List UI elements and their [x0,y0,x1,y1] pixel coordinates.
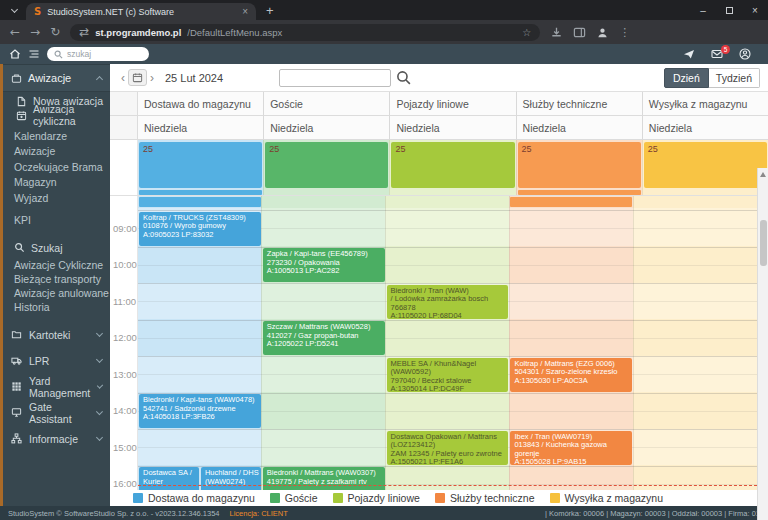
legend-color-swatch [550,493,560,503]
scroll-up-arrow[interactable] [760,172,766,177]
calendar-event[interactable]: Dostawca Opakowań / Mattrans(LOZ123412)Z… [387,431,509,465]
site-settings-icon[interactable]: ⇄ [79,25,89,39]
legend-label: Dostawa do magazynu [148,492,255,504]
calendar-event[interactable]: Koltrap / Mattrans (EZG 0006)504301 / Sz… [510,358,632,392]
calendar-event[interactable]: Huchland / DHS(WAW0274) [201,467,261,490]
sidebar-item-szukaj[interactable]: Szukaj [3,238,110,258]
time-label-15-00: 15:00 [110,429,138,466]
main-content: ‹ › 25 Lut 2024 Dzień Tydzień Dostawa do… [110,64,768,506]
send-plane-icon[interactable] [683,48,695,60]
sidebar-item-awizacje-anulowane[interactable]: Awizacje anulowane [3,286,110,300]
calendar-event[interactable]: Zapka / Kapi-tans (EE456789)273230 / Opa… [263,248,385,282]
continuing-event-strip-3[interactable] [510,197,632,207]
chevron-down-icon [96,330,103,337]
allday-event-extra-0[interactable] [139,190,262,195]
prev-date-button[interactable]: ‹ [118,71,128,85]
next-date-button[interactable]: › [147,71,157,85]
calendar-event[interactable]: Biedronki / Tran (WAW)/ Lodówka zamrażar… [387,285,509,319]
sidebar-item-wyjazd[interactable]: Wyjazd [3,190,110,206]
tab-close-icon[interactable]: × [242,6,248,17]
allday-event-3[interactable]: 25 [518,142,641,188]
browser-tab-bar: S StudioSystem.NET (c) Software × + – × [0,0,768,20]
allday-event-4[interactable]: 25 [644,142,767,188]
calendar-plus-icon [16,110,27,121]
sidebar-item-historia[interactable]: Historia [3,300,110,314]
calendar-picker-button[interactable] [128,69,147,86]
sidebar-item-kalendarze[interactable]: Kalendarze [3,128,110,144]
url-bar[interactable]: ⇄ st.programdemo.pl /DefaultLeftMenu.asp… [70,24,540,41]
calendar-event[interactable]: Biedronki / Mattrans (WAW0307)419775 / P… [263,467,385,490]
forward-icon[interactable]: → [30,25,40,39]
menu-list-icon[interactable] [28,48,40,60]
scrollbar-thumb[interactable] [760,220,767,266]
sidebar-item-oczekujące-brama[interactable]: Oczekujące Brama [3,159,110,175]
time-grid: 09:0010:0011:0012:0013:0014:0015:0016:00… [110,196,768,490]
allday-event-0[interactable]: 25 [139,142,262,188]
calendar-event[interactable]: Koltrap / TRUCKS (ZST48309)010876 / Wyro… [139,212,261,246]
time-label-12-00: 12:00 [110,320,138,357]
tab-search-button[interactable] [6,3,22,17]
allday-event-extra-3[interactable] [518,190,641,195]
sidebar-item-magazyn[interactable]: Magazyn [3,175,110,191]
sidebar-group-lpr[interactable]: LPR [3,348,110,374]
allday-event-1[interactable]: 25 [265,142,388,188]
allday-gutter [110,140,138,195]
header-corner [110,92,138,116]
global-search-input[interactable]: szukaj [47,47,149,61]
browser-menu-icon[interactable]: ⋮ [619,26,630,39]
tab-title: StudioSystem.NET (c) Software [47,7,236,17]
global-search-placeholder: szukaj [67,49,91,59]
footer-version: StudioSystem © SoftwareStudio Sp. z o.o.… [8,509,220,518]
profile-icon[interactable] [596,26,609,39]
event-line: A:1505021 LP:FE1A6 [391,458,505,464]
sidebar-subitems: Nowa awizacjaAwizacja cykliczna [3,92,110,124]
view-switcher: Dzień Tydzień [664,68,760,88]
event-line: A:1405018 LP:3FB26 [143,413,257,422]
search-icon[interactable] [395,69,412,86]
calendar-event[interactable]: Ibex / Tran (WAW0719)013843 / Kuchenka g… [510,431,632,465]
window-maximize-button[interactable] [716,5,742,16]
user-icon[interactable] [739,48,751,60]
day-header-2: Niedziela [389,116,515,140]
downloads-icon[interactable] [550,26,563,39]
sidebar-group-label: Awizacje [28,72,71,84]
calendar-column-wysyłka-z-magazynu[interactable] [633,196,757,490]
calendar-event[interactable]: Dostawca SA /Kurier [139,467,199,490]
calendar-event[interactable]: Szczaw / Mattrans (WAW0528)412027 / Gaz … [263,321,385,355]
browser-tab[interactable]: S StudioSystem.NET (c) Software × [26,3,256,20]
sidebar-item-awizacje-cykliczne[interactable]: Awizacje Cykliczne [3,258,110,272]
week-view-button[interactable]: Tydzień [709,68,760,88]
window-close-button[interactable]: × [742,5,768,16]
home-icon[interactable] [9,48,21,60]
bookmark-star-icon[interactable]: ☆ [522,27,531,38]
sidebar-item-awizacja-cykliczna[interactable]: Awizacja cykliczna [3,108,110,122]
sidebar-item-awizacje[interactable]: Awizacje [3,144,110,160]
sidebar-item-kpi[interactable]: KPI [3,212,110,228]
legend-color-swatch [133,493,143,503]
sidebar-group-informacje[interactable]: Informacje [3,426,110,452]
status-bar: StudioSystem © SoftwareStudio Sp. z o.o.… [0,506,768,520]
continuing-event-strip-0[interactable] [139,197,261,207]
half-hour-line [110,265,757,266]
back-icon[interactable]: ← [10,25,20,39]
sidebar-group-kartoteki[interactable]: Kartoteki [3,322,110,348]
calendar-event[interactable]: MEBLE SA / Khun&Nagel(WAW0592)797040 / B… [387,358,509,392]
sidebar-group-awizacje[interactable]: Awizacje [3,64,110,92]
mail-icon[interactable]: 5 [711,48,723,60]
sidebar-item-bieżące-transporty[interactable]: Bieżące transporty [3,272,110,286]
side-panel-icon[interactable] [573,26,586,39]
sidebar-group-gate-assistant[interactable]: Gate Assistant [3,400,110,426]
day-view-button[interactable]: Dzień [664,68,709,88]
window-minimize-button[interactable]: – [690,5,716,16]
calendar-event[interactable]: Biedronki / Kapi-tans (WAW0478)542741 / … [139,394,261,428]
chevron-up-icon[interactable] [96,76,103,83]
new-tab-button[interactable]: + [266,3,274,18]
calendar-search-input[interactable] [279,69,391,87]
allday-event-2[interactable]: 25 [391,142,514,188]
sidebar-group-yard-management[interactable]: Yard Management [3,374,110,400]
day-header-0: Niedziela [138,116,263,140]
vertical-scrollbar[interactable] [757,168,768,520]
allday-cell-4: 25 [642,140,768,195]
sidebar-group-label: Informacje [29,433,78,445]
reload-icon[interactable]: ↻ [50,25,60,39]
